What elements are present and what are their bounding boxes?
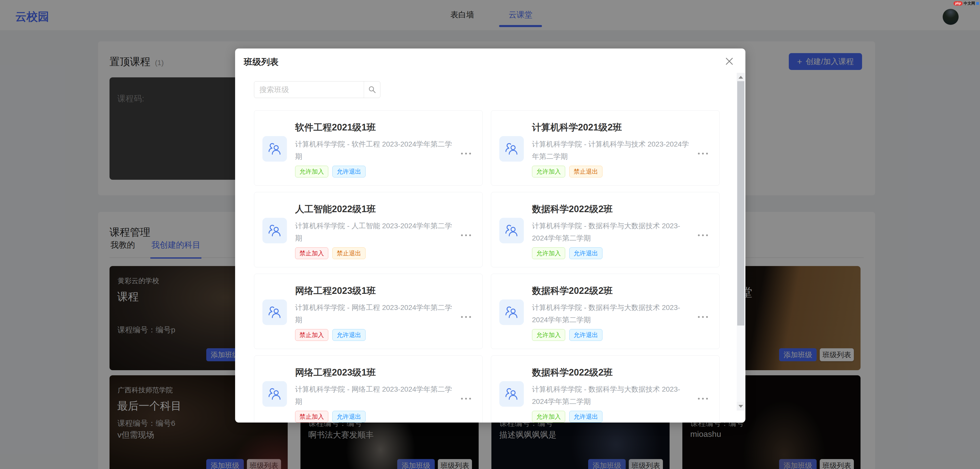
class-desc: 计算机科学学院 - 数据科学与大数据技术 2023-2024学年第二学期	[532, 220, 690, 244]
team-icon	[267, 387, 282, 401]
class-tags: 允许加入 允许退出	[532, 247, 603, 259]
class-avatar	[499, 381, 524, 407]
more-actions-icon[interactable]	[694, 312, 712, 322]
class-name: 数据科学2022级2班	[532, 366, 612, 379]
team-icon	[504, 223, 519, 238]
class-desc: 计算机科学学院 - 软件工程 2023-2024学年第二学期	[295, 138, 453, 163]
scroll-up-icon[interactable]	[737, 73, 745, 81]
class-name: 网络工程2023级1班	[295, 366, 376, 379]
class-tags: 禁止加入 允许退出	[295, 411, 366, 423]
join-policy-tag: 禁止加入	[295, 329, 328, 341]
modal-scrollbar	[737, 73, 745, 410]
class-desc: 计算机科学学院 - 网络工程 2023-2024学年第二学期	[295, 383, 453, 408]
class-name: 数据科学2022级2班	[532, 203, 612, 215]
class-card[interactable]: 计算机科学2021级2班 计算机科学学院 - 计算机科学与技术 2023-202…	[491, 110, 720, 186]
class-list-modal: 班级列表 软件工程2021级1班 计算机科学学院 - 软件工程 2023-202…	[235, 49, 745, 423]
team-icon	[504, 387, 519, 401]
close-icon[interactable]	[723, 55, 735, 67]
quit-policy-tag: 允许退出	[569, 247, 603, 259]
site-watermark: php 中文网	[953, 1, 979, 6]
class-avatar	[262, 381, 287, 407]
class-tags: 允许加入 允许退出	[295, 166, 366, 177]
watermark-text: 中文网	[964, 1, 975, 6]
class-card[interactable]: 网络工程2023级1班 计算机科学学院 - 网络工程 2023-2024学年第二…	[254, 274, 483, 349]
class-avatar	[262, 218, 287, 243]
team-icon	[504, 142, 519, 156]
join-policy-tag: 允许加入	[532, 411, 565, 423]
class-avatar	[499, 299, 524, 325]
search-icon	[368, 86, 376, 94]
class-card[interactable]: 数据科学2022级2班 计算机科学学院 - 数据科学与大数据技术 2023-20…	[491, 355, 720, 423]
join-policy-tag: 允许加入	[532, 166, 565, 177]
class-desc: 计算机科学学院 - 网络工程 2023-2024学年第二学期	[295, 302, 453, 326]
class-tags: 禁止加入 允许退出	[295, 329, 366, 341]
class-card[interactable]: 人工智能2022级1班 计算机科学学院 - 人工智能 2023-2024学年第二…	[254, 192, 483, 267]
class-desc: 计算机科学学院 - 数据科学与大数据技术 2023-2024学年第二学期	[532, 383, 690, 408]
class-desc: 计算机科学学院 - 人工智能 2023-2024学年第二学期	[295, 220, 453, 244]
quit-policy-tag: 禁止退出	[569, 166, 603, 177]
more-actions-icon[interactable]	[457, 230, 475, 240]
class-tags: 禁止加入 禁止退出	[295, 247, 366, 259]
class-card[interactable]: 数据科学2022级2班 计算机科学学院 - 数据科学与大数据技术 2023-20…	[491, 192, 720, 267]
join-policy-tag: 允许加入	[532, 247, 565, 259]
class-card[interactable]: 软件工程2021级1班 计算机科学学院 - 软件工程 2023-2024学年第二…	[254, 110, 483, 186]
quit-policy-tag: 允许退出	[332, 166, 366, 177]
join-policy-tag: 允许加入	[295, 166, 328, 177]
watermark-square	[976, 2, 979, 5]
team-icon	[267, 305, 282, 320]
quit-policy-tag: 允许退出	[569, 329, 603, 341]
class-avatar	[262, 299, 287, 325]
team-icon	[504, 305, 519, 320]
php-logo-badge: php	[953, 1, 963, 6]
class-name: 软件工程2021级1班	[295, 121, 376, 134]
search-input[interactable]	[254, 81, 364, 98]
join-policy-tag: 禁止加入	[295, 411, 328, 423]
class-card[interactable]: 数据科学2022级2班 计算机科学学院 - 数据科学与大数据技术 2023-20…	[491, 274, 720, 349]
class-avatar	[499, 136, 524, 162]
class-tags: 允许加入 允许退出	[532, 329, 603, 341]
quit-policy-tag: 允许退出	[569, 411, 603, 423]
class-tags: 允许加入 禁止退出	[532, 166, 603, 177]
class-desc: 计算机科学学院 - 计算机科学与技术 2023-2024学年第二学期	[532, 138, 690, 163]
search-button[interactable]	[364, 81, 380, 98]
quit-policy-tag: 禁止退出	[332, 247, 366, 259]
class-card[interactable]: 网络工程2023级1班 计算机科学学院 - 网络工程 2023-2024学年第二…	[254, 355, 483, 423]
more-actions-icon[interactable]	[694, 148, 712, 159]
team-icon	[267, 223, 282, 238]
join-policy-tag: 禁止加入	[295, 247, 328, 259]
quit-policy-tag: 允许退出	[332, 329, 366, 341]
class-name: 计算机科学2021级2班	[532, 121, 622, 134]
more-actions-icon[interactable]	[457, 312, 475, 322]
scroll-down-icon[interactable]	[737, 402, 745, 410]
more-actions-icon[interactable]	[694, 393, 712, 404]
class-name: 网络工程2023级1班	[295, 285, 376, 297]
class-tags: 允许加入 允许退出	[532, 411, 603, 423]
quit-policy-tag: 允许退出	[332, 411, 366, 423]
class-name: 人工智能2022级1班	[295, 203, 376, 215]
class-avatar	[499, 218, 524, 243]
class-avatar	[262, 136, 287, 162]
class-desc: 计算机科学学院 - 数据科学与大数据技术 2023-2024学年第二学期	[532, 302, 690, 326]
class-search	[254, 81, 380, 98]
modal-title: 班级列表	[244, 56, 278, 68]
class-name: 数据科学2022级2班	[532, 285, 612, 297]
more-actions-icon[interactable]	[457, 393, 475, 404]
more-actions-icon[interactable]	[694, 230, 712, 240]
more-actions-icon[interactable]	[457, 148, 475, 159]
scrollbar-thumb[interactable]	[737, 81, 745, 326]
join-policy-tag: 允许加入	[532, 329, 565, 341]
team-icon	[267, 142, 282, 156]
